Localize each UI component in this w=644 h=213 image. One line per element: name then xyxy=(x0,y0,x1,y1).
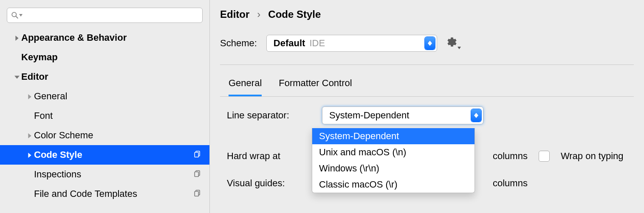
expand-arrow-icon[interactable] xyxy=(25,91,34,102)
dropdown-option[interactable]: System-Dependent xyxy=(312,128,475,144)
sidebar-item-inspections[interactable]: Inspections xyxy=(0,165,209,184)
combobox-stepper-icon[interactable] xyxy=(471,109,481,122)
svg-rect-5 xyxy=(195,172,198,177)
sidebar-item-label: Editor xyxy=(21,71,203,82)
wrap-on-typing-label: Wrap on typing xyxy=(561,151,624,162)
sidebar-item-file-templates[interactable]: File and Code Templates xyxy=(0,184,209,204)
sidebar-item-label: Keymap xyxy=(21,52,203,63)
sidebar-item-font[interactable]: Font xyxy=(0,106,209,126)
scheme-combobox[interactable]: Default IDE xyxy=(266,35,437,52)
sidebar-item-editor[interactable]: Editor xyxy=(0,67,209,87)
sidebar-item-general[interactable]: General xyxy=(0,87,209,106)
line-separator-label: Line separator: xyxy=(227,110,313,121)
sidebar-item-label: General xyxy=(34,91,203,102)
scheme-actions-button[interactable] xyxy=(446,36,458,50)
combobox-value: System-Dependent xyxy=(329,110,471,121)
search-input[interactable] xyxy=(7,8,203,23)
visual-guides-label: Visual guides: xyxy=(227,178,313,189)
scheme-label: Scheme: xyxy=(220,38,257,49)
sidebar-item-label: Font xyxy=(34,110,203,121)
sidebar-item-label: Color Scheme xyxy=(34,130,203,141)
svg-rect-3 xyxy=(195,152,198,157)
sidebar-item-appearance-behavior[interactable]: Appearance & Behavior xyxy=(0,28,209,48)
sidebar-item-label: File and Code Templates xyxy=(34,188,192,199)
tabs: General Formatter Control xyxy=(220,78,644,96)
columns-suffix-label: columns xyxy=(493,151,528,162)
sidebar-item-label: Inspections xyxy=(34,169,192,180)
search-icon xyxy=(11,11,23,19)
field-line-separator: Line separator: System-Dependent xyxy=(227,105,634,126)
svg-line-1 xyxy=(16,16,17,18)
copy-icon xyxy=(192,188,203,199)
tab-general[interactable]: General xyxy=(229,78,262,96)
settings-sidebar: Appearance & Behavior Keymap Editor Gene… xyxy=(0,0,210,213)
dropdown-option[interactable]: Windows (\r\n) xyxy=(312,160,475,177)
settings-window: Appearance & Behavior Keymap Editor Gene… xyxy=(0,0,644,213)
sidebar-item-keymap[interactable]: Keymap xyxy=(0,48,209,67)
copy-icon xyxy=(192,149,203,160)
gear-icon xyxy=(446,36,458,50)
tab-formatter-control[interactable]: Formatter Control xyxy=(279,78,352,96)
search-icon-slot xyxy=(7,8,203,23)
expand-arrow-icon[interactable] xyxy=(13,32,21,43)
svg-rect-7 xyxy=(195,191,198,196)
dropdown-option[interactable]: Classic macOS (\r) xyxy=(312,177,475,193)
settings-tree: Appearance & Behavior Keymap Editor Gene… xyxy=(0,25,209,204)
scheme-row: Scheme: Default IDE xyxy=(220,35,644,52)
sidebar-item-color-scheme[interactable]: Color Scheme xyxy=(0,126,209,145)
sidebar-item-label: Code Style xyxy=(34,149,192,160)
breadcrumb: Editor › Code Style xyxy=(220,8,644,20)
expand-arrow-icon[interactable] xyxy=(25,149,34,160)
dropdown-option[interactable]: Unix and macOS (\n) xyxy=(312,144,475,160)
dropdown-arrow-icon xyxy=(458,41,461,52)
columns-suffix-label: columns xyxy=(493,178,528,189)
sidebar-item-label: Appearance & Behavior xyxy=(21,32,203,43)
search-wrap xyxy=(0,0,209,25)
sidebar-item-code-style[interactable]: Code Style xyxy=(0,145,209,165)
divider xyxy=(220,64,634,65)
search-history-arrow-icon xyxy=(19,14,23,17)
scheme-name: Default xyxy=(274,38,305,49)
chevron-right-icon: › xyxy=(257,8,260,20)
breadcrumb-item[interactable]: Code Style xyxy=(268,8,321,20)
settings-main-panel: Editor › Code Style Scheme: Default IDE xyxy=(210,0,644,213)
breadcrumb-item[interactable]: Editor xyxy=(220,8,249,20)
hard-wrap-label: Hard wrap at xyxy=(227,151,313,162)
line-separator-dropdown-list: System-Dependent Unix and macOS (\n) Win… xyxy=(312,128,475,193)
wrap-on-typing-checkbox[interactable] xyxy=(539,151,550,162)
collapse-arrow-icon[interactable] xyxy=(13,71,21,82)
expand-arrow-icon[interactable] xyxy=(25,130,34,141)
line-separator-combobox[interactable]: System-Dependent xyxy=(322,106,483,124)
combobox-stepper-icon[interactable] xyxy=(425,37,435,50)
scheme-scope: IDE xyxy=(305,38,325,49)
copy-icon xyxy=(192,169,203,180)
